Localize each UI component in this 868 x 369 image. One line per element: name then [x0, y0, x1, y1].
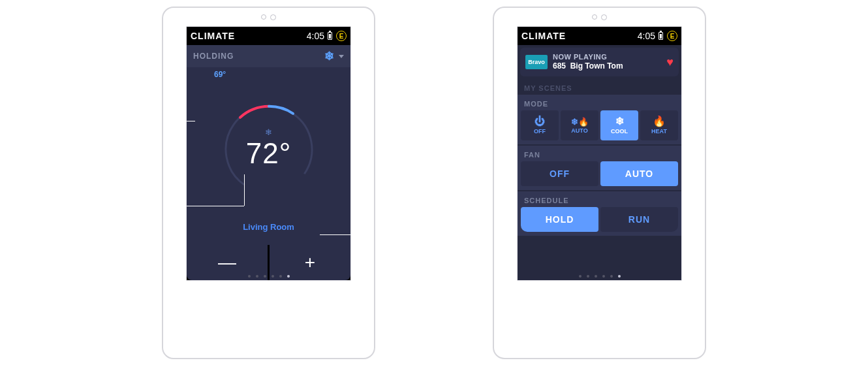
- mode-auto-button[interactable]: ❄🔥 AUTO: [561, 110, 598, 140]
- screen-climate-controls: CLIMATE 4:05 E Bravo NOW PLAYING 685 Big…: [517, 26, 682, 281]
- mode-heat-button[interactable]: 🔥 HEAT: [640, 110, 678, 140]
- page-dots[interactable]: [187, 275, 350, 278]
- fan-header: FAN: [518, 146, 681, 161]
- mode-label: AUTO: [571, 127, 587, 134]
- chevron-down-icon[interactable]: [339, 55, 344, 58]
- phone-frame-right: CLIMATE 4:05 E Bravo NOW PLAYING 685 Big…: [493, 7, 706, 359]
- battery-icon: [659, 32, 663, 40]
- status-bar: CLIMATE 4:05 E: [518, 27, 681, 45]
- room-name[interactable]: Living Room: [243, 222, 294, 232]
- status-time: 4:05: [638, 31, 655, 41]
- mode-row: ⏻ OFF ❄🔥 AUTO ❄ COOL 🔥 HEAT: [518, 110, 681, 144]
- now-playing-card[interactable]: Bravo NOW PLAYING 685 Big Town Tom ♥: [520, 48, 679, 76]
- now-playing-label: NOW PLAYING: [553, 53, 661, 62]
- status-title: CLIMATE: [191, 31, 307, 41]
- mode-icon-snowflake: ❄: [265, 127, 272, 137]
- phone-sensors: [163, 8, 374, 26]
- climate-body: HOLDING ❄ 69° ❄ 72° Living Room —: [187, 45, 350, 280]
- thermostat-dial[interactable]: 69° ❄ 72° Living Room: [187, 67, 350, 245]
- mode-label: HEAT: [651, 128, 667, 135]
- mode-cool-button[interactable]: ❄ COOL: [600, 110, 638, 140]
- plus-icon: +: [305, 252, 315, 273]
- mode-header: MODE: [518, 95, 681, 110]
- schedule-hold-button[interactable]: HOLD: [521, 207, 598, 232]
- setpoint-label: 69°: [214, 70, 226, 79]
- controls-body: Bravo NOW PLAYING 685 Big Town Tom ♥ MY …: [518, 45, 681, 280]
- auto-icon: ❄🔥: [571, 118, 589, 126]
- channel-logo: Bravo: [525, 55, 548, 69]
- current-temperature: 72°: [246, 137, 292, 170]
- status-bar: CLIMATE 4:05 E: [187, 27, 350, 45]
- heart-icon[interactable]: ♥: [666, 56, 674, 69]
- battery-icon: [328, 32, 332, 40]
- phone-sensors: [494, 8, 705, 26]
- my-scenes-header[interactable]: MY SCENES: [518, 79, 681, 95]
- fan-auto-button[interactable]: AUTO: [600, 161, 678, 186]
- now-playing-text: NOW PLAYING 685 Big Town Tom: [553, 53, 661, 72]
- schedule-row: HOLD RUN: [518, 207, 681, 236]
- now-playing-channel: 685: [553, 61, 566, 71]
- status-title: CLIMATE: [521, 31, 638, 41]
- fan-row: OFF AUTO: [518, 161, 681, 190]
- screen-climate-dial: CLIMATE 4:05 E HOLDING ❄ 69° ❄ 72°: [186, 26, 351, 281]
- phone-frame-left: CLIMATE 4:05 E HOLDING ❄ 69° ❄ 72°: [162, 7, 375, 359]
- power-icon: ⏻: [535, 116, 545, 127]
- holding-label: HOLDING: [193, 52, 234, 61]
- page-dots[interactable]: [518, 275, 681, 278]
- e-badge: E: [667, 31, 677, 41]
- schedule-run-button[interactable]: RUN: [600, 207, 678, 232]
- fan-off-button[interactable]: OFF: [521, 161, 598, 186]
- mode-label: COOL: [611, 128, 628, 135]
- status-time: 4:05: [307, 31, 324, 41]
- snowflake-icon: ❄: [615, 116, 624, 127]
- mode-off-button[interactable]: ⏻ OFF: [521, 110, 559, 140]
- mode-label: OFF: [534, 128, 546, 135]
- now-playing-title: Big Town Tom: [570, 61, 623, 71]
- schedule-header: SCHEDULE: [518, 191, 681, 207]
- snowflake-icon: ❄: [324, 49, 335, 63]
- minus-icon: —: [218, 252, 236, 273]
- flame-icon: 🔥: [653, 116, 666, 127]
- e-badge: E: [336, 31, 347, 41]
- holding-bar[interactable]: HOLDING ❄: [187, 45, 350, 67]
